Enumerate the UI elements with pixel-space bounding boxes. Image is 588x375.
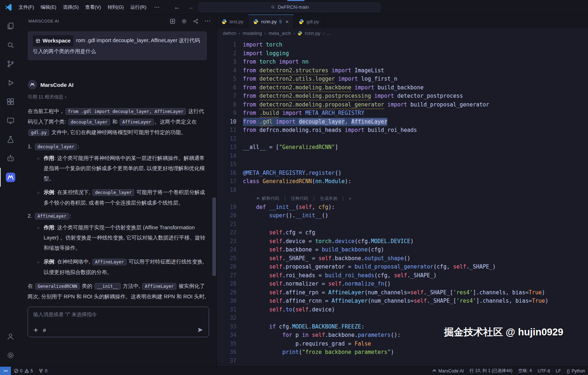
code-text[interactable]: from detectron2.structures import ImageL… bbox=[236, 66, 384, 75]
problems-status[interactable]: 0 5 bbox=[11, 367, 36, 375]
ports-status[interactable]: 0 bbox=[36, 367, 50, 375]
code-text[interactable]: self.backbone = build_backbone(cfg) bbox=[236, 246, 384, 254]
codelens-action[interactable]: 解释代码 bbox=[262, 194, 279, 203]
activity-marscode[interactable] bbox=[0, 168, 20, 187]
line-number[interactable]: 8 bbox=[217, 101, 236, 109]
menu-item[interactable]: 选择(S) bbox=[60, 0, 82, 15]
line-number[interactable]: 21 bbox=[217, 220, 236, 229]
menu-item[interactable]: 编辑(E) bbox=[37, 0, 60, 15]
code-text[interactable]: print("froze backbone parameters") bbox=[236, 348, 394, 357]
code-text[interactable] bbox=[236, 220, 243, 229]
line-number[interactable]: 29 bbox=[217, 289, 236, 297]
breadcrumb-item[interactable]: rcnn.py bbox=[305, 31, 320, 36]
code-text[interactable] bbox=[236, 152, 243, 161]
code-text[interactable]: import logging bbox=[236, 49, 289, 58]
line-number[interactable]: 5 bbox=[217, 75, 236, 84]
code-text[interactable]: from detectron2.utils.logger import log_… bbox=[236, 75, 397, 84]
code-text[interactable]: __all__ = ["GeneralizedRCNN"] bbox=[236, 143, 338, 152]
line-number[interactable]: 16 bbox=[217, 169, 236, 178]
remote-indicator[interactable]: >< bbox=[0, 367, 11, 375]
language-status[interactable]: {} Python bbox=[564, 367, 588, 375]
line-number[interactable]: 15 bbox=[217, 160, 236, 169]
line-number[interactable]: 11 bbox=[217, 126, 236, 135]
line-number[interactable]: 3 bbox=[217, 58, 236, 66]
commands-icon[interactable] bbox=[33, 327, 39, 333]
code-text[interactable]: self.device = torch.device(cfg.MODEL.DEV… bbox=[236, 237, 414, 246]
line-number[interactable]: 10 bbox=[217, 118, 236, 126]
breadcrumb-item[interactable]: meta_arch bbox=[269, 31, 291, 36]
marscode-status[interactable]: MarsCode AI bbox=[429, 367, 467, 375]
tab-rcnn-py[interactable]: rcnn.py 5 × bbox=[248, 15, 293, 28]
code-text[interactable]: from detectron2.modeling.postprocessing … bbox=[236, 92, 463, 101]
code-text[interactable]: def __init__(self, cfg): bbox=[236, 203, 335, 212]
more-actions-icon[interactable]: ⋯ bbox=[204, 19, 211, 23]
line-number[interactable]: 24 bbox=[217, 246, 236, 254]
line-number[interactable]: 37 bbox=[217, 357, 236, 366]
line-number[interactable]: 13 bbox=[217, 143, 236, 152]
activity-search[interactable] bbox=[0, 36, 20, 55]
line-number[interactable]: 4 bbox=[217, 66, 236, 75]
activity-source-control[interactable] bbox=[0, 55, 20, 73]
menu-item[interactable]: 运行(R) bbox=[127, 0, 149, 15]
indent-status[interactable]: 空格: 4 bbox=[515, 367, 535, 375]
codelens-close[interactable]: ✕ bbox=[349, 194, 351, 203]
code-text[interactable]: self.affine_rpn = AffineLayer(num_channe… bbox=[236, 289, 545, 297]
code-text[interactable]: if cfg.MODEL.BACKBONE.FREEZE: bbox=[236, 323, 364, 331]
line-number[interactable]: 28 bbox=[217, 280, 236, 289]
code-text[interactable]: self._SHAPE_ = self.backbone.output_shap… bbox=[236, 254, 411, 263]
line-number[interactable]: 32 bbox=[217, 314, 236, 323]
line-number[interactable]: 26 bbox=[217, 263, 236, 271]
code-text[interactable]: from detectron2.modeling.proposal_genera… bbox=[236, 101, 489, 109]
share-icon[interactable] bbox=[193, 18, 199, 24]
line-number[interactable]: 31 bbox=[217, 306, 236, 314]
line-number[interactable]: 34 bbox=[217, 331, 236, 340]
gear-icon[interactable] bbox=[181, 18, 187, 24]
code-text[interactable]: from .gdl import decouple_layer, AffineL… bbox=[236, 118, 387, 126]
activity-testing[interactable] bbox=[0, 130, 20, 149]
line-number[interactable]: 18 bbox=[217, 186, 236, 195]
line-number[interactable]: 36 bbox=[217, 348, 236, 357]
line-number[interactable]: 17 bbox=[217, 177, 236, 186]
code-area[interactable]: 1import torch2import logging3from torch … bbox=[217, 38, 588, 366]
tab-gdl-py[interactable]: gdl.py bbox=[294, 15, 324, 28]
code-text[interactable]: for p in self.backbone.parameters(): bbox=[236, 331, 401, 340]
code-text[interactable]: self.normalizer = self.normalize_fn() bbox=[236, 280, 391, 289]
code-text[interactable] bbox=[236, 314, 243, 323]
breadcrumb-item[interactable]: ... bbox=[327, 31, 331, 36]
code-text[interactable]: from detectron2.modeling.backbone import… bbox=[236, 84, 424, 92]
activity-settings[interactable] bbox=[0, 346, 20, 365]
activity-remote-explorer[interactable] bbox=[0, 111, 20, 130]
line-number[interactable]: 20 bbox=[217, 211, 236, 220]
line-number[interactable]: 12 bbox=[217, 135, 236, 144]
command-center-search[interactable]: DeFRCN-main bbox=[199, 3, 380, 12]
line-number[interactable]: 23 bbox=[217, 237, 236, 246]
line-number[interactable]: 35 bbox=[217, 340, 236, 348]
activity-account[interactable] bbox=[0, 327, 20, 346]
line-number[interactable]: 7 bbox=[217, 92, 236, 101]
menu-more-button[interactable]: ⋯ bbox=[149, 4, 164, 11]
line-number[interactable]: 1 bbox=[217, 41, 236, 49]
activity-robot-assistant[interactable] bbox=[0, 149, 20, 168]
menu-item[interactable]: 查看(V) bbox=[82, 0, 104, 15]
code-text[interactable] bbox=[236, 357, 243, 366]
code-text[interactable]: self.proposal_generator = build_proposal… bbox=[236, 263, 496, 271]
nav-forward-button[interactable]: → bbox=[188, 4, 193, 11]
code-text[interactable] bbox=[236, 135, 243, 144]
code-text[interactable]: self.roi_heads = build_roi_heads(cfg, se… bbox=[236, 271, 437, 280]
panel-scrollbar[interactable] bbox=[212, 198, 216, 276]
code-text[interactable]: from torch import nn bbox=[236, 58, 309, 66]
chat-input-placeholder[interactable]: 输入消息或者 "/" 来选择指令 bbox=[33, 311, 204, 318]
codelens-action[interactable]: 注释代码 bbox=[291, 194, 308, 203]
context-hash-button[interactable]: # bbox=[43, 327, 46, 333]
line-number[interactable]: 33 bbox=[217, 323, 236, 331]
code-text[interactable]: p.requires_grad = False bbox=[236, 340, 371, 348]
cursor-position[interactable]: 行 10, 列 1 (已选择44) bbox=[467, 367, 515, 375]
tab-test-py[interactable]: test.py bbox=[217, 15, 248, 28]
code-text[interactable]: from .build import META_ARCH_REGISTRY bbox=[236, 109, 364, 118]
line-number[interactable]: 30 bbox=[217, 297, 236, 306]
citation-link[interactable]: 引用 11 相关信息 › bbox=[28, 94, 207, 100]
nav-back-button[interactable]: ← bbox=[174, 4, 180, 11]
line-number[interactable]: 14 bbox=[217, 152, 236, 161]
code-text[interactable]: self.to(self.device) bbox=[236, 306, 335, 314]
menu-item[interactable]: 文件(F) bbox=[15, 0, 37, 15]
